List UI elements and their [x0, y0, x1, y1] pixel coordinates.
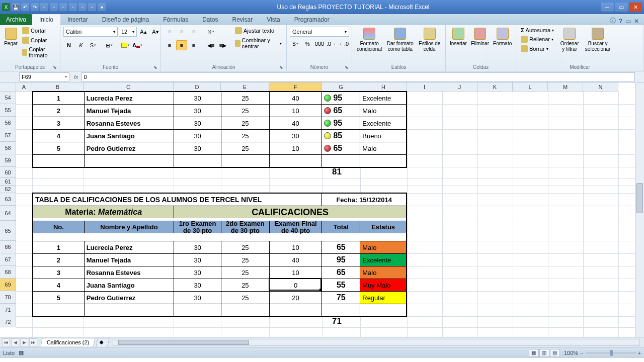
- column-header[interactable]: F: [269, 82, 322, 92]
- formula-input[interactable]: 0: [82, 72, 635, 81]
- tab-data[interactable]: Datos: [195, 14, 225, 25]
- row-header[interactable]: 58: [0, 142, 16, 154]
- font-color-button[interactable]: A▾: [132, 40, 143, 50]
- qat-icon[interactable]: ▫: [59, 3, 67, 11]
- undo-icon[interactable]: ↶: [21, 3, 29, 11]
- tab-view[interactable]: Vista: [260, 14, 287, 25]
- sheet-tab[interactable]: Calificaciones (2): [40, 338, 96, 346]
- border-button[interactable]: ⊞▾: [104, 40, 115, 50]
- macro-record-icon[interactable]: ▦: [19, 349, 24, 356]
- minimize-button[interactable]: ─: [601, 3, 614, 12]
- conditional-formatting-button[interactable]: Formato condicional: [355, 27, 383, 53]
- column-header[interactable]: H: [360, 82, 407, 92]
- bold-button[interactable]: N: [63, 40, 74, 50]
- window-restore-icon[interactable]: ▭: [625, 18, 631, 25]
- zoom-in-icon[interactable]: +: [638, 350, 641, 356]
- normal-view-icon[interactable]: ▦: [529, 349, 539, 357]
- font-size-combo[interactable]: 12▾: [119, 27, 137, 37]
- decrease-decimal-icon[interactable]: ←.0: [338, 39, 349, 49]
- row-header[interactable]: 54: [0, 92, 16, 104]
- underline-button[interactable]: S▾: [88, 40, 99, 50]
- font-name-combo[interactable]: Calibri▾: [63, 27, 118, 37]
- row-header[interactable]: 62: [0, 186, 16, 193]
- zoom-control[interactable]: 100% − +: [564, 350, 641, 356]
- name-box[interactable]: F69▾: [19, 72, 69, 81]
- dialog-launcher-icon[interactable]: ⬊: [153, 65, 157, 70]
- help-icon[interactable]: ?: [619, 18, 622, 25]
- row-header[interactable]: 64: [0, 206, 16, 221]
- row-header[interactable]: 55: [0, 104, 16, 117]
- row-header[interactable]: 66: [0, 241, 16, 253]
- align-right-icon[interactable]: ≡: [188, 40, 199, 50]
- row-header[interactable]: 72: [0, 316, 16, 327]
- column-header[interactable]: B: [32, 82, 84, 92]
- row-header[interactable]: 61: [0, 178, 16, 186]
- orientation-icon[interactable]: ⤭▾: [205, 27, 216, 37]
- increase-decimal-icon[interactable]: .0→: [326, 39, 337, 49]
- percent-icon[interactable]: %: [302, 39, 313, 49]
- column-header[interactable]: G: [322, 82, 360, 92]
- page-break-view-icon[interactable]: ▤: [550, 349, 560, 357]
- close-button[interactable]: ✕: [629, 3, 642, 12]
- qat-icon[interactable]: ▫: [40, 3, 48, 11]
- maximize-button[interactable]: ▭: [615, 3, 628, 12]
- last-sheet-icon[interactable]: ⏭: [29, 338, 37, 346]
- column-header[interactable]: M: [548, 82, 583, 92]
- wrap-text-button[interactable]: Ajustar texto: [233, 27, 283, 35]
- prev-sheet-icon[interactable]: ◀: [11, 338, 19, 346]
- row-header[interactable]: 70: [0, 291, 16, 304]
- align-left-icon[interactable]: ≡: [164, 40, 175, 50]
- scroll-thumb[interactable]: [118, 340, 249, 345]
- currency-icon[interactable]: $▾: [290, 39, 301, 49]
- row-header[interactable]: 71: [0, 304, 16, 316]
- page-layout-view-icon[interactable]: ▥: [539, 349, 549, 357]
- delete-cells-button[interactable]: Eliminar: [470, 27, 490, 47]
- autosum-button[interactable]: ΣAutosuma▾: [519, 27, 555, 34]
- format-painter-button[interactable]: Copiar formato: [21, 46, 57, 59]
- align-bottom-icon[interactable]: ≡: [188, 27, 199, 37]
- dialog-launcher-icon[interactable]: ⬊: [345, 65, 349, 70]
- comma-icon[interactable]: 000: [314, 39, 325, 49]
- tab-home[interactable]: Inicio: [32, 14, 60, 25]
- save-icon[interactable]: 💾: [12, 3, 20, 11]
- paste-button[interactable]: Pegar: [3, 27, 19, 47]
- horizontal-scrollbar[interactable]: [113, 339, 640, 346]
- qat-icon[interactable]: ▫: [88, 3, 96, 11]
- increase-indent-icon[interactable]: ≡▶: [217, 40, 228, 50]
- zoom-slider[interactable]: [586, 352, 636, 354]
- zoom-out-icon[interactable]: −: [580, 350, 583, 356]
- insert-cells-button[interactable]: Insertar: [449, 27, 468, 47]
- column-header[interactable]: J: [442, 82, 477, 92]
- file-tab[interactable]: Archivo: [0, 14, 32, 25]
- qat-icon[interactable]: ▫: [69, 3, 77, 11]
- row-header[interactable]: 57: [0, 129, 16, 142]
- fill-button[interactable]: Rellenar▾: [519, 35, 555, 43]
- worksheet-grid[interactable]: ABCDEFGHIJKLMN 5455565758596061626364656…: [0, 82, 644, 337]
- next-sheet-icon[interactable]: ▶: [20, 338, 28, 346]
- qat-dropdown-icon[interactable]: ▾: [98, 3, 106, 11]
- scroll-thumb[interactable]: [636, 183, 643, 213]
- dialog-launcher-icon[interactable]: ⬊: [53, 65, 57, 70]
- decrease-indent-icon[interactable]: ◀≡: [205, 40, 216, 50]
- row-header[interactable]: 59: [0, 154, 16, 167]
- column-header[interactable]: E: [221, 82, 269, 92]
- vertical-scrollbar[interactable]: [635, 82, 644, 337]
- window-close-icon[interactable]: ✕: [634, 18, 639, 25]
- row-header[interactable]: 69: [0, 279, 16, 291]
- column-header[interactable]: N: [583, 82, 618, 92]
- column-header[interactable]: A: [16, 82, 32, 92]
- tab-insert[interactable]: Insertar: [60, 14, 95, 25]
- qat-icon[interactable]: ▫: [50, 3, 58, 11]
- dialog-launcher-icon[interactable]: ⬊: [279, 65, 283, 70]
- format-cells-button[interactable]: Formato: [492, 27, 513, 47]
- tab-layout[interactable]: Diseño de página: [95, 14, 156, 25]
- row-header[interactable]: 56: [0, 117, 16, 129]
- row-header[interactable]: 65: [0, 221, 16, 241]
- column-header[interactable]: I: [407, 82, 442, 92]
- increase-font-icon[interactable]: A▴: [138, 27, 149, 37]
- first-sheet-icon[interactable]: ⏮: [2, 338, 10, 346]
- align-middle-icon[interactable]: ≡: [176, 27, 187, 37]
- format-as-table-button[interactable]: Dar formato como tabla: [385, 27, 415, 53]
- row-header[interactable]: 67: [0, 253, 16, 266]
- copy-button[interactable]: Copiar: [21, 36, 57, 44]
